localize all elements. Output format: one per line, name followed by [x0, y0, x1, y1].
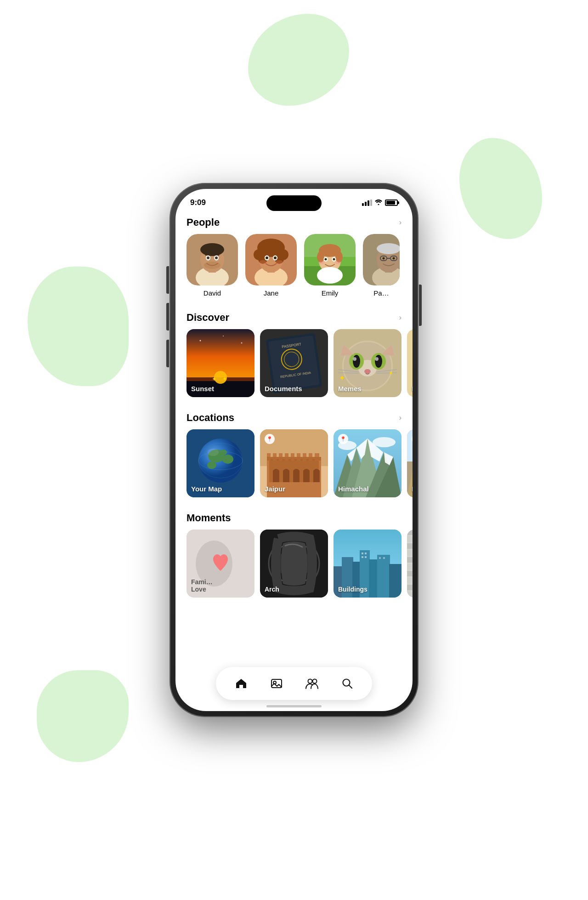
svg-point-134 — [373, 437, 396, 447]
svg-rect-166 — [379, 557, 381, 559]
person-emily[interactable]: Emily — [304, 234, 356, 297]
discover-card-documents[interactable]: PASSPORT REPUBLIC OF INDIA Documents — [260, 329, 328, 397]
svg-point-77 — [364, 369, 371, 374]
moments-section-header: Moments — [175, 508, 413, 530]
person-name-david: David — [204, 289, 221, 297]
svg-point-182 — [308, 679, 312, 684]
decorative-blob-left — [28, 267, 129, 386]
moment-card-4[interactable] — [407, 530, 413, 598]
discover-see-all[interactable]: › — [399, 313, 401, 322]
nav-photos[interactable] — [265, 672, 288, 695]
discover-label-documents: Documents — [265, 385, 302, 393]
bottom-navigation — [216, 667, 372, 700]
svg-rect-164 — [362, 556, 363, 558]
discover-card-memes[interactable]: ✦ ✦ Memes — [334, 329, 401, 397]
person-paul[interactable]: Pa… — [363, 234, 400, 297]
discover-label-sunset: Sunset — [191, 385, 214, 393]
location-card-map[interactable]: Your Map — [187, 429, 254, 497]
svg-point-4 — [200, 243, 224, 256]
svg-rect-160 — [377, 555, 390, 598]
locations-row: Your Map — [175, 429, 413, 497]
location-label-map: Your Map — [191, 485, 222, 493]
svg-point-57 — [241, 342, 243, 344]
person-name-jane: Jane — [264, 289, 279, 297]
svg-point-101 — [220, 450, 227, 455]
people-section-header: People › — [175, 213, 413, 234]
status-time: 9:09 — [190, 198, 206, 207]
svg-point-9 — [204, 262, 220, 269]
moment-card-buildings[interactable]: Buildings — [334, 530, 401, 598]
moment-card-arch[interactable]: Arch — [260, 530, 328, 598]
svg-rect-162 — [362, 553, 363, 554]
svg-point-99 — [222, 455, 233, 464]
discover-label-food: Foo… — [412, 385, 413, 393]
moments-row: Fami…Love — [175, 530, 413, 598]
svg-point-43 — [377, 243, 400, 254]
nav-people[interactable] — [300, 672, 324, 695]
discover-label-memes: Memes — [338, 385, 362, 393]
person-name-emily: Emily — [322, 289, 339, 297]
discover-title: Discover — [187, 312, 229, 324]
person-jane[interactable]: Jane — [245, 234, 297, 297]
location-card-himachal[interactable]: 📍 Himachal — [334, 429, 401, 497]
svg-point-37 — [318, 261, 325, 264]
decorative-blob-right — [459, 138, 542, 239]
svg-rect-170 — [407, 530, 413, 535]
svg-point-55 — [200, 340, 201, 342]
svg-line-79 — [338, 373, 359, 373]
svg-point-24 — [276, 260, 283, 265]
svg-point-32 — [317, 267, 343, 284]
phone-device: 9:09 — [170, 183, 418, 717]
nav-search[interactable] — [335, 672, 359, 695]
svg-point-102 — [208, 449, 219, 456]
svg-point-23 — [259, 260, 266, 265]
phone-frame: 9:09 — [170, 183, 418, 717]
svg-point-73 — [353, 355, 360, 368]
location-card-ladakh[interactable]: 📍 Lada… — [407, 429, 413, 497]
svg-rect-175 — [407, 564, 413, 570]
svg-rect-174 — [407, 557, 413, 563]
phone-screen: 9:09 — [175, 189, 413, 711]
svg-point-22 — [274, 256, 277, 259]
nav-home[interactable] — [229, 672, 253, 695]
svg-point-74 — [375, 355, 382, 368]
main-content[interactable]: People › — [175, 213, 413, 711]
svg-rect-176 — [407, 571, 413, 576]
person-avatar-jane — [245, 234, 297, 285]
svg-point-38 — [335, 261, 341, 264]
people-title: People — [187, 216, 220, 228]
svg-point-7 — [207, 256, 209, 259]
discover-card-sunset[interactable]: ✦ ✦ Sunset — [187, 329, 254, 397]
location-label-ladakh: Lada… — [412, 485, 413, 493]
svg-point-21 — [266, 256, 268, 259]
svg-point-8 — [215, 256, 218, 259]
person-david[interactable]: David — [187, 234, 238, 297]
signal-icon — [362, 199, 372, 206]
svg-rect-165 — [365, 556, 367, 558]
discover-card-food[interactable]: Foo… — [407, 329, 413, 397]
himachal-pin: 📍 — [338, 434, 348, 444]
person-avatar-emily — [304, 234, 356, 285]
people-see-all[interactable]: › — [399, 218, 401, 227]
svg-line-185 — [349, 685, 352, 689]
svg-rect-179 — [407, 592, 413, 598]
svg-rect-173 — [407, 550, 413, 556]
svg-point-36 — [333, 258, 335, 261]
locations-section-header: Locations › — [175, 408, 413, 429]
moments-section: Moments — [175, 508, 413, 598]
memes-sparkle: ✦ — [339, 374, 345, 382]
svg-rect-120 — [267, 457, 321, 461]
svg-point-56 — [223, 336, 224, 336]
svg-rect-178 — [407, 585, 413, 590]
svg-point-35 — [325, 258, 327, 261]
svg-rect-171 — [407, 536, 413, 542]
locations-see-all[interactable]: › — [399, 414, 401, 422]
moment-card-love[interactable]: Fami…Love — [187, 530, 254, 598]
svg-rect-159 — [369, 559, 378, 598]
location-card-jaipur[interactable]: 📍 Jaipur — [260, 429, 328, 497]
discover-section: Discover › — [175, 308, 413, 397]
status-icons — [362, 199, 398, 206]
svg-point-48 — [393, 257, 395, 260]
discover-row: ✦ ✦ Sunset — [175, 329, 413, 397]
battery-icon — [385, 199, 398, 206]
